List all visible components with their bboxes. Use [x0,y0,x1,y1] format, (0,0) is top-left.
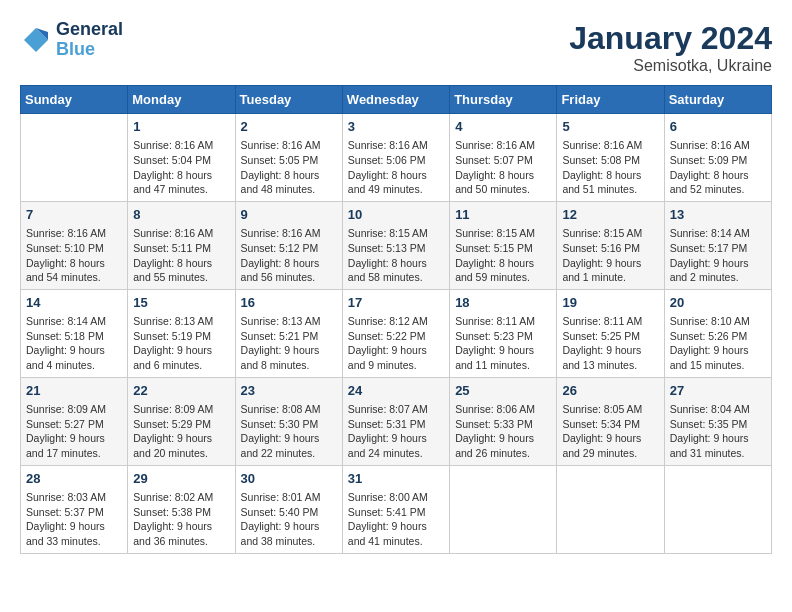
calendar-cell: 23Sunrise: 8:08 AM Sunset: 5:30 PM Dayli… [235,377,342,465]
day-number: 10 [348,206,444,224]
day-number: 18 [455,294,551,312]
day-info: Sunrise: 8:13 AM Sunset: 5:19 PM Dayligh… [133,314,229,373]
day-info: Sunrise: 8:10 AM Sunset: 5:26 PM Dayligh… [670,314,766,373]
calendar-cell: 15Sunrise: 8:13 AM Sunset: 5:19 PM Dayli… [128,289,235,377]
day-header-tuesday: Tuesday [235,86,342,114]
day-number: 27 [670,382,766,400]
day-info: Sunrise: 8:16 AM Sunset: 5:04 PM Dayligh… [133,138,229,197]
day-info: Sunrise: 8:08 AM Sunset: 5:30 PM Dayligh… [241,402,337,461]
day-header-monday: Monday [128,86,235,114]
day-header-saturday: Saturday [664,86,771,114]
day-number: 23 [241,382,337,400]
day-number: 11 [455,206,551,224]
day-info: Sunrise: 8:07 AM Sunset: 5:31 PM Dayligh… [348,402,444,461]
calendar-cell: 17Sunrise: 8:12 AM Sunset: 5:22 PM Dayli… [342,289,449,377]
day-info: Sunrise: 8:15 AM Sunset: 5:15 PM Dayligh… [455,226,551,285]
day-number: 20 [670,294,766,312]
calendar-cell: 5Sunrise: 8:16 AM Sunset: 5:08 PM Daylig… [557,114,664,202]
calendar-cell: 24Sunrise: 8:07 AM Sunset: 5:31 PM Dayli… [342,377,449,465]
day-info: Sunrise: 8:16 AM Sunset: 5:05 PM Dayligh… [241,138,337,197]
day-number: 28 [26,470,122,488]
calendar-week-2: 7Sunrise: 8:16 AM Sunset: 5:10 PM Daylig… [21,201,772,289]
day-header-wednesday: Wednesday [342,86,449,114]
day-info: Sunrise: 8:14 AM Sunset: 5:17 PM Dayligh… [670,226,766,285]
calendar-cell: 18Sunrise: 8:11 AM Sunset: 5:23 PM Dayli… [450,289,557,377]
calendar-cell: 12Sunrise: 8:15 AM Sunset: 5:16 PM Dayli… [557,201,664,289]
day-number: 26 [562,382,658,400]
calendar-week-4: 21Sunrise: 8:09 AM Sunset: 5:27 PM Dayli… [21,377,772,465]
title-area: January 2024 Semisotka, Ukraine [569,20,772,75]
day-number: 6 [670,118,766,136]
day-info: Sunrise: 8:04 AM Sunset: 5:35 PM Dayligh… [670,402,766,461]
calendar-cell: 29Sunrise: 8:02 AM Sunset: 5:38 PM Dayli… [128,465,235,553]
calendar-cell: 28Sunrise: 8:03 AM Sunset: 5:37 PM Dayli… [21,465,128,553]
day-number: 1 [133,118,229,136]
calendar-cell: 6Sunrise: 8:16 AM Sunset: 5:09 PM Daylig… [664,114,771,202]
calendar-cell: 20Sunrise: 8:10 AM Sunset: 5:26 PM Dayli… [664,289,771,377]
day-header-sunday: Sunday [21,86,128,114]
day-number: 14 [26,294,122,312]
day-number: 5 [562,118,658,136]
day-number: 15 [133,294,229,312]
logo: GeneralBlue [20,20,123,60]
day-header-thursday: Thursday [450,86,557,114]
day-info: Sunrise: 8:14 AM Sunset: 5:18 PM Dayligh… [26,314,122,373]
day-info: Sunrise: 8:16 AM Sunset: 5:09 PM Dayligh… [670,138,766,197]
calendar-header: SundayMondayTuesdayWednesdayThursdayFrid… [21,86,772,114]
calendar-cell: 22Sunrise: 8:09 AM Sunset: 5:29 PM Dayli… [128,377,235,465]
day-number: 29 [133,470,229,488]
day-info: Sunrise: 8:16 AM Sunset: 5:10 PM Dayligh… [26,226,122,285]
day-number: 4 [455,118,551,136]
calendar-cell: 7Sunrise: 8:16 AM Sunset: 5:10 PM Daylig… [21,201,128,289]
calendar-cell: 26Sunrise: 8:05 AM Sunset: 5:34 PM Dayli… [557,377,664,465]
day-number: 24 [348,382,444,400]
calendar-week-5: 28Sunrise: 8:03 AM Sunset: 5:37 PM Dayli… [21,465,772,553]
day-info: Sunrise: 8:12 AM Sunset: 5:22 PM Dayligh… [348,314,444,373]
day-number: 8 [133,206,229,224]
day-info: Sunrise: 8:00 AM Sunset: 5:41 PM Dayligh… [348,490,444,549]
day-info: Sunrise: 8:16 AM Sunset: 5:06 PM Dayligh… [348,138,444,197]
day-info: Sunrise: 8:16 AM Sunset: 5:12 PM Dayligh… [241,226,337,285]
logo-text: GeneralBlue [56,20,123,60]
calendar-cell [557,465,664,553]
calendar-week-3: 14Sunrise: 8:14 AM Sunset: 5:18 PM Dayli… [21,289,772,377]
calendar-cell [450,465,557,553]
day-number: 3 [348,118,444,136]
day-info: Sunrise: 8:16 AM Sunset: 5:11 PM Dayligh… [133,226,229,285]
day-info: Sunrise: 8:05 AM Sunset: 5:34 PM Dayligh… [562,402,658,461]
day-info: Sunrise: 8:06 AM Sunset: 5:33 PM Dayligh… [455,402,551,461]
subtitle: Semisotka, Ukraine [569,57,772,75]
day-number: 22 [133,382,229,400]
day-number: 12 [562,206,658,224]
day-info: Sunrise: 8:11 AM Sunset: 5:25 PM Dayligh… [562,314,658,373]
day-number: 17 [348,294,444,312]
day-info: Sunrise: 8:09 AM Sunset: 5:27 PM Dayligh… [26,402,122,461]
calendar-cell: 3Sunrise: 8:16 AM Sunset: 5:06 PM Daylig… [342,114,449,202]
day-info: Sunrise: 8:09 AM Sunset: 5:29 PM Dayligh… [133,402,229,461]
day-number: 19 [562,294,658,312]
header: GeneralBlue January 2024 Semisotka, Ukra… [20,20,772,75]
day-number: 9 [241,206,337,224]
calendar-cell: 16Sunrise: 8:13 AM Sunset: 5:21 PM Dayli… [235,289,342,377]
day-number: 7 [26,206,122,224]
calendar-cell: 11Sunrise: 8:15 AM Sunset: 5:15 PM Dayli… [450,201,557,289]
calendar-cell: 8Sunrise: 8:16 AM Sunset: 5:11 PM Daylig… [128,201,235,289]
day-number: 21 [26,382,122,400]
day-number: 25 [455,382,551,400]
calendar-cell: 21Sunrise: 8:09 AM Sunset: 5:27 PM Dayli… [21,377,128,465]
calendar-cell: 13Sunrise: 8:14 AM Sunset: 5:17 PM Dayli… [664,201,771,289]
calendar-cell: 14Sunrise: 8:14 AM Sunset: 5:18 PM Dayli… [21,289,128,377]
calendar-cell: 27Sunrise: 8:04 AM Sunset: 5:35 PM Dayli… [664,377,771,465]
day-number: 16 [241,294,337,312]
calendar-cell [21,114,128,202]
calendar-cell: 10Sunrise: 8:15 AM Sunset: 5:13 PM Dayli… [342,201,449,289]
day-info: Sunrise: 8:16 AM Sunset: 5:07 PM Dayligh… [455,138,551,197]
day-number: 31 [348,470,444,488]
day-info: Sunrise: 8:11 AM Sunset: 5:23 PM Dayligh… [455,314,551,373]
calendar-cell: 19Sunrise: 8:11 AM Sunset: 5:25 PM Dayli… [557,289,664,377]
calendar-cell: 30Sunrise: 8:01 AM Sunset: 5:40 PM Dayli… [235,465,342,553]
calendar-cell [664,465,771,553]
day-info: Sunrise: 8:03 AM Sunset: 5:37 PM Dayligh… [26,490,122,549]
main-title: January 2024 [569,20,772,57]
calendar-table: SundayMondayTuesdayWednesdayThursdayFrid… [20,85,772,554]
